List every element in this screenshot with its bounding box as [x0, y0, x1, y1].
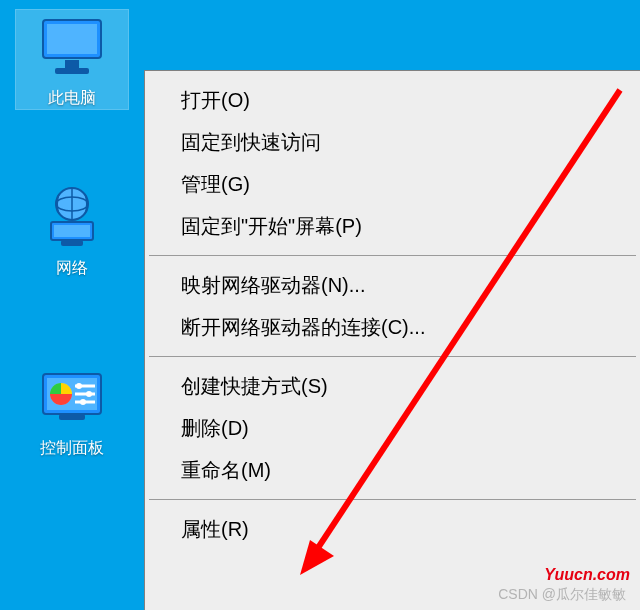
menu-item-properties[interactable]: 属性(R) [145, 508, 640, 550]
svg-rect-8 [61, 240, 83, 246]
svg-point-12 [86, 391, 92, 397]
context-menu: 打开(O) 固定到快速访问 管理(G) 固定到"开始"屏幕(P) 映射网络驱动器… [144, 70, 640, 610]
svg-rect-2 [65, 60, 79, 68]
svg-rect-7 [54, 225, 90, 237]
menu-item-disconnect-network-drive[interactable]: 断开网络驱动器的连接(C)... [145, 306, 640, 348]
menu-item-rename[interactable]: 重命名(M) [145, 449, 640, 491]
desktop-icon-label: 此电脑 [16, 88, 128, 109]
control-panel-icon [16, 360, 128, 434]
menu-separator [149, 356, 636, 357]
menu-item-pin-start[interactable]: 固定到"开始"屏幕(P) [145, 205, 640, 247]
svg-point-11 [76, 383, 82, 389]
network-icon [16, 180, 128, 254]
svg-point-13 [80, 399, 86, 405]
desktop-icon-control-panel[interactable]: 控制面板 [16, 360, 128, 459]
desktop-icon-label: 网络 [16, 258, 128, 279]
desktop-icon-label: 控制面板 [16, 438, 128, 459]
watermark-csdn: CSDN @瓜尔佳敏敏 [498, 586, 626, 604]
menu-item-create-shortcut[interactable]: 创建快捷方式(S) [145, 365, 640, 407]
computer-icon [16, 10, 128, 84]
desktop-icon-network[interactable]: 网络 [16, 180, 128, 279]
menu-item-delete[interactable]: 删除(D) [145, 407, 640, 449]
svg-rect-3 [55, 68, 89, 74]
svg-rect-14 [59, 414, 85, 420]
menu-item-manage[interactable]: 管理(G) [145, 163, 640, 205]
menu-separator [149, 255, 636, 256]
menu-item-map-network-drive[interactable]: 映射网络驱动器(N)... [145, 264, 640, 306]
desktop-icon-this-pc[interactable]: 此电脑 [16, 10, 128, 109]
menu-separator [149, 499, 636, 500]
menu-item-open[interactable]: 打开(O) [145, 79, 640, 121]
menu-item-pin-quick-access[interactable]: 固定到快速访问 [145, 121, 640, 163]
watermark-site: Yuucn.com [544, 566, 630, 584]
desktop: 此电脑 网络 [0, 0, 640, 610]
svg-rect-1 [47, 24, 97, 54]
